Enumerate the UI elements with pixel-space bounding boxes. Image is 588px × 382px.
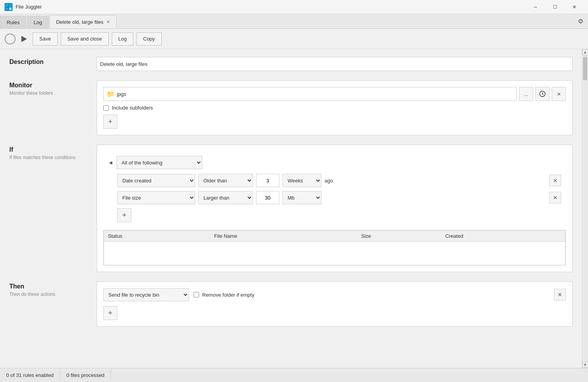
file-table-empty-row	[104, 242, 565, 265]
settings-button[interactable]: ⚙	[573, 14, 588, 28]
svg-rect-0	[5, 4, 8, 7]
file-table-body	[104, 242, 565, 265]
title-bar-left: File Juggler	[5, 3, 42, 11]
remove-folder-row: Remove folder if empty	[194, 292, 254, 298]
remove-folder-checkbox[interactable]	[194, 292, 199, 297]
title-bar: File Juggler ─ ☐ ✕	[0, 0, 588, 14]
include-subfolders-checkbox[interactable]	[103, 105, 109, 111]
remove-action-button[interactable]: ✕	[554, 289, 566, 301]
condition-1-suffix: ago	[325, 178, 333, 184]
action-row: Send file to recycle bin Move file Copy …	[103, 288, 566, 301]
description-section: Description	[9, 57, 572, 71]
col-created[interactable]: Created	[441, 231, 565, 242]
if-label-area: If If files matches these conditions	[9, 145, 87, 272]
monitor-title: Monitor	[9, 82, 87, 89]
svg-rect-1	[9, 4, 12, 7]
scroll-up-arrow[interactable]: ▲	[582, 49, 588, 55]
tab-delete-old-large-files[interactable]: Delete old, large files ✕	[49, 15, 117, 28]
tab-close-icon[interactable]: ✕	[106, 19, 110, 25]
folder-input-wrapper: 📁 jpgs	[103, 87, 517, 101]
status-bar: 0 of 31 rules enabled 0 files processed	[0, 368, 588, 382]
description-label-area: Description	[9, 57, 87, 71]
browse-button[interactable]: ...	[519, 87, 533, 101]
include-subfolders-label[interactable]: Include subfolders	[112, 105, 153, 111]
stop-button[interactable]	[5, 34, 16, 44]
scroll-track[interactable]	[582, 55, 588, 362]
collapse-button[interactable]: ◄	[108, 159, 113, 166]
condition-1-remove-button[interactable]: ✕	[549, 175, 561, 186]
tab-rules[interactable]: Rules	[0, 16, 26, 28]
rules-status: 0 of 31 rules enabled	[0, 368, 60, 382]
main-content: Description Monitor Monitor these folder…	[0, 49, 588, 368]
if-title: If	[9, 146, 87, 153]
action-type-select[interactable]: Send file to recycle bin Move file Copy …	[103, 288, 189, 301]
col-filename[interactable]: File Name	[210, 231, 357, 242]
then-section: Then Then do these actions Send file to …	[9, 281, 572, 327]
col-size[interactable]: Size	[357, 231, 441, 242]
condition-1-unit-select[interactable]: Weeks Days Months Years	[283, 174, 321, 187]
files-status: 0 files processed	[60, 368, 111, 382]
log-button[interactable]: Log	[112, 32, 134, 46]
condition-1-field-select[interactable]: Date created Date modified File name Fil…	[117, 174, 195, 187]
title-bar-controls: ─ ☐ ✕	[526, 1, 583, 13]
svg-rect-2	[5, 7, 8, 10]
tabs-container: Rules Log Delete old, large files ✕	[0, 14, 117, 28]
remove-folder-label[interactable]: Remove folder if empty	[202, 292, 254, 298]
condition-group-header: ◄ All of the following Any of the follow…	[108, 156, 561, 169]
maximize-button[interactable]: ☐	[546, 1, 564, 13]
file-table-wrapper: Status File Name Size Created	[103, 230, 566, 265]
tab-rules-label: Rules	[7, 19, 19, 25]
condition-2-unit-select[interactable]: Mb Kb Gb Bytes	[283, 191, 321, 204]
minimize-button[interactable]: ─	[526, 1, 544, 13]
add-condition-button[interactable]: +	[117, 208, 131, 222]
condition-group: ◄ All of the following Any of the follow…	[103, 151, 566, 227]
file-table-header-row: Status File Name Size Created	[104, 231, 565, 242]
include-subfolders-row: Include subfolders	[103, 105, 566, 111]
tab-log[interactable]: Log	[27, 16, 49, 28]
svg-point-7	[542, 94, 543, 94]
scroll-thumb[interactable]	[583, 57, 587, 80]
save-button[interactable]: Save	[33, 32, 58, 46]
col-status[interactable]: Status	[104, 231, 210, 242]
add-action-button[interactable]: +	[103, 306, 117, 320]
monitor-content: 📁 jpgs ... ✕	[97, 80, 572, 135]
then-panel: Send file to recycle bin Move file Copy …	[97, 281, 572, 327]
then-label-area: Then Then do these actions	[9, 281, 87, 327]
remove-folder-button[interactable]: ✕	[552, 87, 566, 101]
condition-2-remove-button[interactable]: ✕	[549, 192, 561, 203]
description-input[interactable]	[97, 57, 572, 71]
then-subtitle: Then do these actions	[9, 292, 87, 297]
condition-2-field-select[interactable]: Date created Date modified File name Fil…	[117, 191, 195, 204]
scrollbar[interactable]: ▲ ▼	[582, 49, 588, 368]
scroll-down-arrow[interactable]: ▼	[582, 362, 588, 368]
add-folder-button[interactable]: +	[103, 115, 117, 129]
group-type-select[interactable]: All of the following Any of the followin…	[117, 156, 202, 169]
if-content: ◄ All of the following Any of the follow…	[97, 145, 572, 272]
tab-log-label: Log	[34, 19, 42, 25]
close-button[interactable]: ✕	[565, 1, 583, 13]
schedule-button[interactable]	[535, 87, 549, 101]
file-table: Status File Name Size Created	[104, 230, 565, 265]
folder-icon: 📁	[107, 90, 115, 98]
then-title: Then	[9, 283, 87, 290]
save-close-button[interactable]: Save and close	[61, 32, 109, 46]
if-panel: ◄ All of the following Any of the follow…	[97, 145, 572, 272]
copy-button[interactable]: Copy	[136, 32, 161, 46]
tab-active-label: Delete old, large files	[56, 19, 103, 25]
description-content	[97, 57, 572, 71]
folder-row: 📁 jpgs ... ✕	[103, 87, 566, 101]
monitor-subtitle: Monitor these folders	[9, 90, 87, 96]
app-title: File Juggler	[16, 4, 42, 10]
svg-rect-3	[9, 7, 12, 10]
condition-2-operator-select[interactable]: Larger than Smaller than Is	[198, 191, 253, 204]
monitor-panel: 📁 jpgs ... ✕	[97, 80, 572, 135]
condition-row-1: Date created Date modified File name Fil…	[108, 174, 561, 187]
condition-1-value-input[interactable]	[256, 174, 279, 187]
content-area: Description Monitor Monitor these folder…	[0, 49, 582, 368]
app-icon	[5, 3, 12, 11]
tab-bar: Rules Log Delete old, large files ✕ ⚙	[0, 14, 588, 29]
play-button[interactable]	[19, 34, 30, 44]
condition-1-operator-select[interactable]: Older than Newer than Is	[198, 174, 253, 187]
play-icon	[21, 36, 27, 42]
condition-2-value-input[interactable]	[256, 191, 279, 204]
